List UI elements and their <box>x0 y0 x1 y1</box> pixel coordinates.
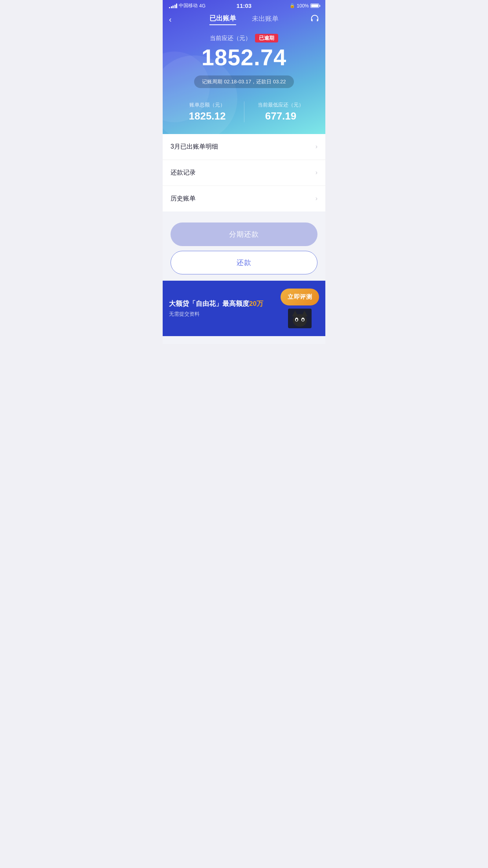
main-content: 3月已出账单明细 › 还款记录 › 历史账单 › 分期还款 还款 大额贷「自由花… <box>163 134 325 344</box>
amount-section: 当前应还（元） 已逾期 1852.74 记账周期 02.18-03.17，还款日… <box>163 30 325 96</box>
total-bill-label: 账单总额（元） <box>171 101 244 108</box>
cat-logo-svg <box>288 309 312 328</box>
banner-cta-button[interactable]: 立即评测 <box>281 289 319 305</box>
min-pay-stat: 当前最低应还（元） 677.19 <box>244 101 317 122</box>
repay-button[interactable]: 还款 <box>171 251 317 274</box>
min-pay-label: 当前最低应还（元） <box>244 101 317 108</box>
menu-section: 3月已出账单明细 › 还款记录 › 历史账单 › <box>163 134 325 211</box>
menu-item-march-detail[interactable]: 3月已出账单明细 › <box>163 134 325 160</box>
menu-item-repay-label: 还款记录 <box>171 169 196 177</box>
installment-button[interactable]: 分期还款 <box>171 223 317 246</box>
promotion-banner: 大额贷「自由花」最高额度20万 无需提交资料 立即评测 <box>163 281 325 336</box>
main-amount: 1852.74 <box>171 45 317 70</box>
svg-point-7 <box>302 319 304 321</box>
black-cat-watermark <box>288 309 312 328</box>
menu-item-repay-history[interactable]: 还款记录 › <box>163 160 325 186</box>
menu-item-history-label: 历史账单 <box>171 195 196 203</box>
svg-point-6 <box>296 319 297 321</box>
status-left: 中国移动 4G <box>169 2 205 9</box>
menu-item-march-label: 3月已出账单明细 <box>171 143 218 151</box>
chevron-right-icon-2: › <box>316 169 317 176</box>
amount-label: 当前应还（元） <box>210 35 251 42</box>
network-label: 4G <box>199 3 205 9</box>
status-time: 11:03 <box>237 2 251 9</box>
banner-title: 大额贷「自由花」最高额度20万 <box>169 299 281 308</box>
chevron-right-icon-3: › <box>316 195 317 202</box>
button-section: 分期还款 还款 <box>163 215 325 281</box>
tab-billed[interactable]: 已出账单 <box>209 14 236 25</box>
overdue-badge: 已逾期 <box>255 34 278 42</box>
total-bill-value: 1825.12 <box>171 110 244 122</box>
billing-period: 记账周期 02.18-03.17，还款日 03.22 <box>194 75 294 88</box>
headset-button[interactable] <box>310 14 319 25</box>
banner-highlight: 20万 <box>249 300 263 307</box>
status-bar: 中国移动 4G 11:03 🔒 100% <box>163 0 325 11</box>
total-bill-stat: 账单总额（元） 1825.12 <box>171 101 244 122</box>
stats-row: 账单总额（元） 1825.12 当前最低应还（元） 677.19 <box>163 96 325 122</box>
min-pay-value: 677.19 <box>244 110 317 122</box>
signal-icon <box>169 4 177 8</box>
amount-label-row: 当前应还（元） 已逾期 <box>171 34 317 42</box>
banner-text: 大额贷「自由花」最高额度20万 无需提交资料 <box>169 299 281 318</box>
tab-unbilled[interactable]: 未出账单 <box>252 14 279 25</box>
banner-subtitle: 无需提交资料 <box>169 311 281 318</box>
status-right: 🔒 100% <box>290 3 319 9</box>
menu-item-history-bills[interactable]: 历史账单 › <box>163 186 325 211</box>
svg-point-3 <box>293 314 307 327</box>
lock-icon: 🔒 <box>290 3 295 8</box>
battery-icon <box>310 4 319 8</box>
carrier-label: 中国移动 <box>179 2 198 9</box>
banner-title-part1: 大额贷「自由花」最高额度 <box>169 300 249 307</box>
chevron-right-icon: › <box>316 143 317 150</box>
nav-tabs: ‹ 已出账单 未出账单 <box>163 11 325 30</box>
back-button[interactable]: ‹ <box>169 15 172 24</box>
battery-percent: 100% <box>297 3 309 9</box>
